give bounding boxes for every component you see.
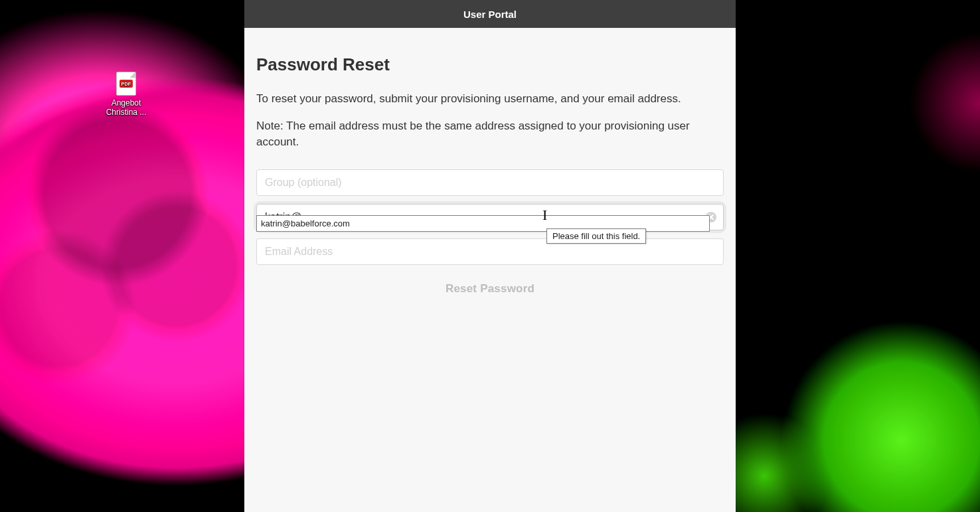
- portal-title: User Portal: [463, 9, 517, 20]
- reset-password-button[interactable]: Reset Password: [256, 270, 724, 302]
- email-input[interactable]: [256, 238, 724, 265]
- group-input[interactable]: [256, 169, 724, 196]
- desktop-file-angebot-christina[interactable]: PDF Angebot Christina ...: [100, 72, 153, 118]
- portal-titlebar: User Portal: [244, 0, 736, 28]
- pdf-badge: PDF: [120, 80, 133, 88]
- page-heading: Password Reset: [256, 54, 724, 75]
- validation-tooltip: Please fill out this field.: [546, 228, 646, 244]
- text-cursor-icon: I: [542, 207, 547, 224]
- note-text: Note: The email address must be the same…: [256, 118, 724, 151]
- pdf-file-icon: PDF: [116, 72, 136, 96]
- intro-text: To reset your password, submit your prov…: [256, 91, 724, 108]
- portal-body: Password Reset To reset your password, s…: [244, 28, 736, 512]
- desktop-file-label: Angebot Christina ...: [100, 98, 153, 118]
- user-portal-window: User Portal Password Reset To reset your…: [244, 0, 736, 512]
